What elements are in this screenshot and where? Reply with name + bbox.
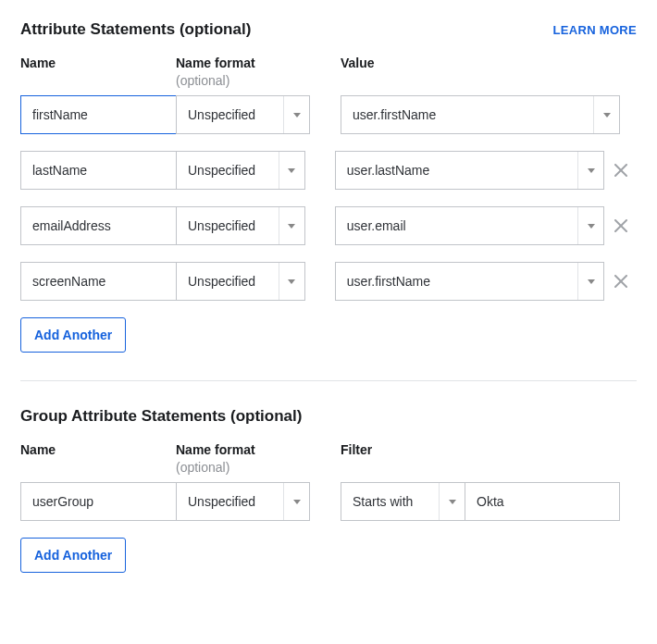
select-text: Unspecified: [177, 163, 279, 178]
chevron-down-icon: [279, 207, 304, 244]
remove-row-button[interactable]: [604, 219, 637, 232]
attribute-row: Unspecified: [20, 151, 637, 190]
group-name-input[interactable]: [20, 482, 176, 521]
value-input[interactable]: [336, 207, 577, 244]
col-format-header-group: Name format (optional): [176, 442, 310, 475]
name-format-select[interactable]: Unspecified: [176, 151, 305, 190]
chevron-down-icon: [279, 263, 304, 300]
col-format-header: Name format (optional): [176, 56, 310, 88]
columns-header: Name Name format (optional) Value: [20, 56, 637, 88]
value-select[interactable]: [341, 95, 620, 134]
header-name-label: Name: [20, 56, 176, 70]
header-name-label-group: Name: [20, 442, 176, 457]
name-input[interactable]: [20, 151, 176, 190]
learn-more-link[interactable]: LEARN MORE: [553, 23, 637, 37]
header-format-label: Name format: [176, 56, 310, 70]
section-title-group: Group Attribute Statements (optional): [20, 407, 302, 426]
col-filter-header-group: Filter: [341, 442, 620, 475]
section-header: Attribute Statements (optional) LEARN MO…: [20, 20, 637, 39]
header-format-sub-group: (optional): [176, 460, 310, 475]
section-title: Attribute Statements (optional): [20, 20, 251, 39]
name-format-select[interactable]: Unspecified: [176, 95, 310, 134]
header-filter-label-group: Filter: [341, 442, 620, 457]
name-input[interactable]: [20, 262, 176, 301]
group-attribute-statements-section: Group Attribute Statements (optional) Na…: [20, 407, 637, 573]
chevron-down-icon: [439, 483, 465, 520]
value-select[interactable]: [335, 206, 604, 245]
attribute-statements-section: Attribute Statements (optional) LEARN MO…: [20, 20, 637, 353]
value-select[interactable]: [335, 151, 604, 190]
col-name-header-group: Name: [20, 442, 176, 475]
close-icon: [614, 219, 627, 232]
value-input[interactable]: [336, 263, 577, 300]
add-another-group-button[interactable]: Add Another: [20, 538, 126, 573]
chevron-down-icon: [577, 207, 603, 244]
chevron-down-icon: [283, 483, 309, 520]
value-select[interactable]: [335, 262, 604, 301]
remove-row-button[interactable]: [604, 164, 637, 177]
header-format-label-group: Name format: [176, 442, 310, 457]
chevron-down-icon: [279, 152, 304, 189]
filter-value-input[interactable]: [465, 482, 620, 521]
value-input[interactable]: [341, 96, 593, 133]
add-another-button[interactable]: Add Another: [20, 317, 126, 353]
close-icon: [614, 275, 627, 288]
header-format-sub: (optional): [176, 73, 310, 88]
name-input[interactable]: [20, 95, 176, 134]
remove-row-button[interactable]: [604, 275, 637, 288]
close-icon: [614, 164, 627, 177]
section-divider: [20, 380, 637, 381]
col-value-header: Value: [341, 56, 620, 88]
attribute-row: Unspecified: [20, 95, 637, 134]
name-input[interactable]: [20, 206, 176, 245]
group-attribute-row: UnspecifiedStarts with: [20, 482, 637, 521]
select-text: Unspecified: [177, 494, 283, 509]
columns-header-group: Name Name format (optional) Filter: [20, 442, 637, 475]
chevron-down-icon: [577, 263, 603, 300]
chevron-down-icon: [283, 96, 309, 133]
header-value-label: Value: [341, 56, 620, 70]
select-text: Unspecified: [177, 107, 283, 122]
name-format-select[interactable]: Unspecified: [176, 262, 305, 301]
attribute-row: Unspecified: [20, 262, 637, 301]
chevron-down-icon: [593, 96, 619, 133]
name-format-select[interactable]: Unspecified: [176, 206, 305, 245]
chevron-down-icon: [577, 152, 603, 189]
filter-operator-select[interactable]: Starts with: [341, 482, 465, 521]
select-text: Unspecified: [177, 274, 279, 289]
section-header-group: Group Attribute Statements (optional): [20, 407, 637, 426]
group-name-format-select[interactable]: Unspecified: [176, 482, 310, 521]
value-input[interactable]: [336, 152, 577, 189]
select-text: Starts with: [341, 494, 439, 509]
col-name-header: Name: [20, 56, 176, 88]
select-text: Unspecified: [177, 218, 279, 233]
attribute-row: Unspecified: [20, 206, 637, 245]
